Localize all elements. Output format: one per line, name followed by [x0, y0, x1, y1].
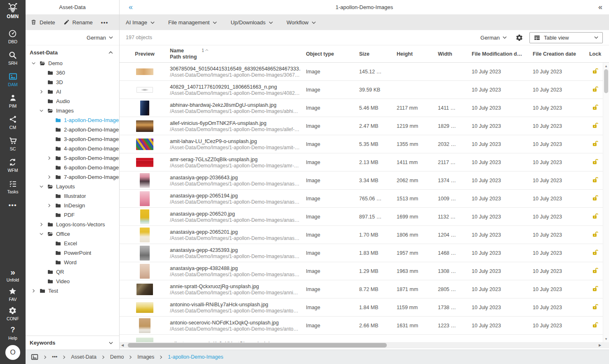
- tree-item-pdf[interactable]: PDF: [26, 210, 119, 220]
- file-name[interactable]: anastasiya-gepp-206520.jpg: [170, 210, 301, 217]
- file-name[interactable]: anastasiya-gepp-4235393.jpg: [170, 247, 301, 254]
- table-row[interactable]: abhinav-bhardwaj-2ekzJ8smDgU-unsplash.jp…: [120, 99, 609, 117]
- horizontal-scrollbar[interactable]: ◀ ▶: [120, 342, 603, 348]
- breadcrumb-item-demo[interactable]: Demo: [110, 354, 124, 360]
- tree-item-2-apollon-demo-images-pa[interactable]: 2-apollon-Demo-Images-Pa: [26, 125, 119, 134]
- horizontal-scrollbar-thumb[interactable]: [128, 343, 387, 348]
- column-header-width[interactable]: Width: [438, 51, 472, 57]
- preview-thumbnail[interactable]: [136, 338, 153, 343]
- table-row[interactable]: anastasiya-gepp-4382488.jpg/Asset-Data/D…: [120, 262, 609, 280]
- rail-item-cm[interactable]: CM: [8, 115, 17, 130]
- lock-open-icon[interactable]: [592, 231, 599, 239]
- rail-item-srh[interactable]: SRH: [8, 51, 17, 66]
- file-name[interactable]: allef-vinicius-6ypOmTNK2FA-unsplash.jpg: [170, 120, 301, 127]
- menu-workflow[interactable]: Workflow: [287, 19, 316, 26]
- tree-item-layouts[interactable]: Layouts: [26, 182, 119, 191]
- tree-item-logos-icons-vectors[interactable]: Logos-Icons-Vectors: [26, 220, 119, 229]
- tree-item-office[interactable]: Office: [26, 229, 119, 239]
- preview-thumbnail[interactable]: [136, 158, 153, 167]
- rail-item-dam[interactable]: DAM: [8, 72, 17, 87]
- preview-thumbnail[interactable]: [140, 173, 150, 188]
- table-row[interactable]: arlington-research-Kz8nHVg_tGI-unsplash.…: [120, 335, 609, 342]
- chevron-down-icon[interactable]: [39, 184, 47, 189]
- tree-item-3d[interactable]: 3D: [26, 77, 119, 87]
- table-row[interactable]: allef-vinicius-6ypOmTNK2FA-unsplash.jpg/…: [120, 117, 609, 135]
- menu-up-downloads[interactable]: Up/Downloads: [230, 19, 273, 26]
- language-select[interactable]: German: [480, 35, 507, 41]
- tree-item-7-apollon-demo-images-du[interactable]: 7-apollon-Demo-Images-Du: [26, 172, 119, 182]
- file-name[interactable]: annie-spratt-QckxruozjRg-unsplash.jpg: [170, 283, 301, 290]
- chevron-down-icon[interactable]: [39, 108, 47, 113]
- column-header-height[interactable]: Height: [397, 51, 438, 57]
- file-name[interactable]: amit-lahav-LU_fCezP9-o-unsplash.jpg: [170, 138, 301, 145]
- table-row[interactable]: 306785094_501504415316549_68392654865284…: [120, 63, 609, 81]
- table-row[interactable]: anastasiya-gepp-2036643.jpg/Asset-Data/D…: [120, 171, 609, 190]
- tree-item-powerpoint[interactable]: PowerPoint: [26, 248, 119, 258]
- sort-indicator[interactable]: 1: [202, 48, 209, 53]
- chevron-right-icon[interactable]: [47, 156, 55, 160]
- preview-thumbnail[interactable]: [136, 302, 153, 313]
- preview-thumbnail[interactable]: [140, 246, 150, 261]
- table-row[interactable]: anastasiya-gepp-2065194.jpg/Asset-Data/D…: [120, 190, 609, 208]
- rail-item-help[interactable]: ?Help: [7, 326, 19, 341]
- preview-thumbnail[interactable]: [136, 284, 153, 295]
- column-header-preview[interactable]: Preview: [120, 51, 170, 57]
- chevron-right-icon[interactable]: [47, 175, 55, 179]
- tree-item-excel[interactable]: Excel: [26, 239, 119, 248]
- rail-item-conf[interactable]: CONF: [7, 306, 19, 321]
- keywords-section-header[interactable]: Keywords: [26, 336, 119, 350]
- lock-open-icon[interactable]: [592, 213, 599, 221]
- vertical-scrollbar[interactable]: ▲ ▼: [603, 63, 609, 342]
- rename-button[interactable]: Rename: [63, 19, 93, 26]
- scroll-down-arrow[interactable]: ▼: [603, 336, 609, 342]
- rail-item-more[interactable]: •••: [8, 201, 17, 209]
- scroll-left-arrow[interactable]: ◀: [120, 343, 125, 347]
- tree-item-illustrator[interactable]: Illustrator: [26, 191, 119, 201]
- tree-item-demo[interactable]: Demo: [26, 59, 119, 68]
- column-header-name[interactable]: Name Path string 1: [170, 48, 306, 60]
- collapse-panel-left-icon[interactable]: «: [129, 0, 133, 14]
- tree-item-3-apollon-demo-images-ps[interactable]: 3-apollon-Demo-Images-PS: [26, 134, 119, 144]
- chevron-right-icon[interactable]: [31, 289, 39, 293]
- preview-thumbnail[interactable]: [139, 318, 150, 333]
- file-name[interactable]: anastasiya-gepp-2036643.jpg: [170, 174, 301, 181]
- chevron-right-icon[interactable]: [39, 222, 47, 227]
- table-row[interactable]: anastasiya-gepp-206520.jpg/Asset-Data/De…: [120, 208, 609, 226]
- vertical-scrollbar-thumb[interactable]: [604, 69, 608, 93]
- column-header-modified[interactable]: File Modification d…: [472, 51, 533, 57]
- chevron-right-icon[interactable]: [39, 89, 47, 94]
- settings-gear-icon[interactable]: [515, 34, 523, 42]
- scroll-up-arrow[interactable]: ▲: [603, 63, 609, 69]
- table-row[interactable]: antonino-visalli-RNiBLy7aHck-unsplash.jp…: [120, 298, 609, 317]
- table-row[interactable]: antonio-secerovic-NOFdK1xOqkQ-unsplash.j…: [120, 317, 609, 335]
- scroll-right-arrow[interactable]: ▶: [597, 343, 603, 347]
- lock-open-icon[interactable]: [592, 249, 599, 257]
- table-row[interactable]: anastasiya-gepp-4235393.jpg/Asset-Data/D…: [120, 244, 609, 262]
- user-avatar[interactable]: O: [5, 345, 20, 360]
- tree-item-indesign[interactable]: InDesign: [26, 201, 119, 210]
- lock-open-icon[interactable]: [592, 122, 599, 130]
- tree-item-6-apollon-demo-images-ve[interactable]: 6-apollon-Demo-Images-Ve: [26, 163, 119, 172]
- file-name[interactable]: antonio-secerovic-NOFdK1xOqkQ-unsplash.j…: [170, 319, 301, 326]
- file-name[interactable]: abhinav-bhardwaj-2ekzJ8smDgU-unsplash.jp…: [170, 101, 301, 108]
- lock-open-icon[interactable]: [592, 322, 599, 330]
- preview-thumbnail[interactable]: [136, 139, 153, 150]
- lock-open-icon[interactable]: [592, 104, 599, 112]
- rail-item-dbd[interactable]: DBD: [8, 29, 17, 44]
- lock-open-icon[interactable]: [592, 158, 599, 167]
- view-mode-select[interactable]: Table view: [529, 32, 603, 43]
- preview-thumbnail[interactable]: [140, 228, 150, 242]
- preview-thumbnail[interactable]: [140, 101, 149, 115]
- panel-more-button[interactable]: •••: [101, 19, 108, 26]
- lock-open-icon[interactable]: [592, 176, 599, 185]
- breadcrumb-item-more[interactable]: •••: [52, 354, 57, 360]
- column-header-created[interactable]: File Creation date: [533, 51, 588, 57]
- tree-item-5-apollon-demo-images-va[interactable]: 5-apollon-Demo-Images-Va: [26, 153, 119, 163]
- lock-open-icon[interactable]: [592, 86, 599, 94]
- column-header-size[interactable]: Size: [359, 51, 397, 57]
- file-name[interactable]: 40829_140711776109291_1806651663_n.png: [170, 83, 301, 90]
- preview-thumbnail[interactable]: [140, 209, 149, 224]
- rail-item-wfm[interactable]: WFM: [7, 158, 18, 173]
- collapse-panel-right-icon[interactable]: «: [598, 0, 602, 14]
- preview-thumbnail[interactable]: [140, 264, 150, 279]
